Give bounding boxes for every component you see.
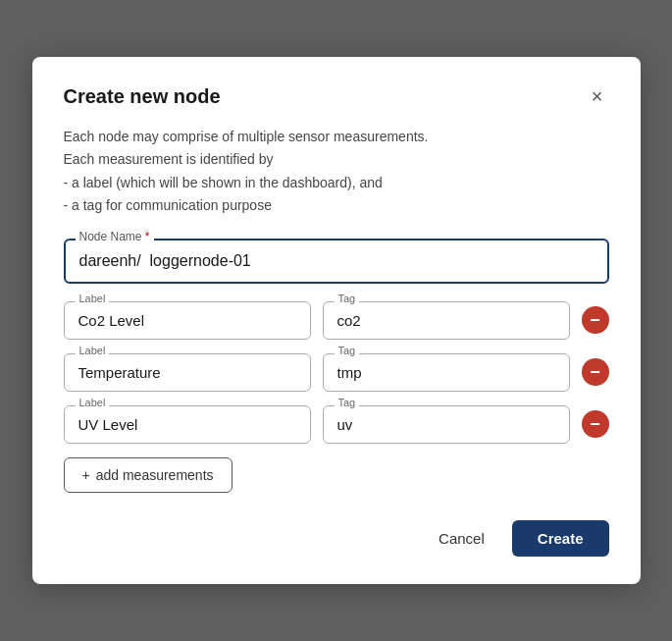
modal-description: Each node may comprise of multiple senso… <box>64 126 609 216</box>
label-field-1: Label <box>64 353 311 392</box>
tag-field-2: Tag <box>323 405 570 444</box>
node-name-label: Node Name <box>76 230 154 243</box>
tag-field-label-0: Tag <box>335 293 360 304</box>
tag-field-label-1: Tag <box>335 345 360 356</box>
remove-measurement-button-0[interactable]: − <box>582 306 609 334</box>
create-button[interactable]: Create <box>512 520 609 557</box>
tag-field-label-2: Tag <box>335 397 360 408</box>
label-input-0[interactable] <box>64 301 311 340</box>
remove-icon-0: − <box>582 306 609 334</box>
measurement-row: Label Tag − <box>64 353 609 392</box>
label-field-2: Label <box>64 405 311 444</box>
close-button[interactable]: × <box>586 84 609 108</box>
node-name-field-group: Node Name <box>64 239 609 284</box>
modal-header: Create new node × <box>64 84 609 108</box>
label-input-1[interactable] <box>64 353 311 392</box>
add-measurements-button[interactable]: + add measurements <box>64 457 233 493</box>
description-line-2: Each measurement is identified by <box>64 151 274 167</box>
remove-measurement-button-1[interactable]: − <box>582 358 609 386</box>
label-field-label-1: Label <box>76 345 110 356</box>
tag-input-0[interactable] <box>323 301 570 340</box>
description-line-3: - a label (which will be shown in the da… <box>64 175 383 190</box>
remove-icon-1: − <box>582 358 609 386</box>
modal-footer: Cancel Create <box>64 520 609 557</box>
label-field-label-2: Label <box>76 397 110 408</box>
cancel-button[interactable]: Cancel <box>429 522 494 555</box>
measurements-list: Label Tag − Label Tag <box>64 301 609 444</box>
create-node-modal: Create new node × Each node may comprise… <box>32 57 641 583</box>
node-name-input[interactable] <box>64 239 609 284</box>
tag-field-0: Tag <box>323 301 570 340</box>
description-line-1: Each node may comprise of multiple senso… <box>64 129 429 144</box>
add-measurements-label: add measurements <box>96 467 214 483</box>
label-field-label-0: Label <box>76 293 110 304</box>
label-input-2[interactable] <box>64 405 311 444</box>
modal-overlay: Create new node × Each node may comprise… <box>0 0 672 641</box>
label-field-0: Label <box>64 301 311 340</box>
measurement-row: Label Tag − <box>64 405 609 444</box>
measurement-row: Label Tag − <box>64 301 609 340</box>
remove-measurement-button-2[interactable]: − <box>582 410 609 438</box>
remove-icon-2: − <box>582 410 609 438</box>
description-line-4: - a tag for communication purpose <box>64 197 272 213</box>
tag-input-1[interactable] <box>323 353 570 392</box>
plus-icon: + <box>82 467 90 483</box>
modal-title: Create new node <box>64 85 221 108</box>
tag-input-2[interactable] <box>323 405 570 444</box>
tag-field-1: Tag <box>323 353 570 392</box>
